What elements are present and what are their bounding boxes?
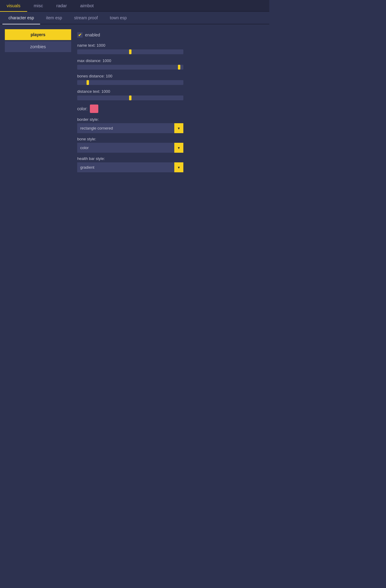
border-style-wrapper: rectangle cornered rectangle circle none… xyxy=(77,123,183,133)
bone-style-section: bone style: color rainbow white none ▼ xyxy=(77,137,264,153)
bone-style-label: bone style: xyxy=(77,137,264,141)
max-distance-section: max distance: 1000 xyxy=(77,58,264,70)
border-style-label: border style: xyxy=(77,117,264,122)
zombies-button[interactable]: zombies xyxy=(5,41,71,52)
health-bar-style-section: health bar style: gradient solid rainbow… xyxy=(77,156,264,172)
color-swatch[interactable] xyxy=(90,105,98,113)
border-style-select[interactable]: rectangle cornered rectangle circle none xyxy=(77,123,183,133)
health-bar-style-select[interactable]: gradient solid rainbow none xyxy=(77,162,183,172)
distance-text-section: distance text: 1000 xyxy=(77,89,264,100)
name-text-thumb xyxy=(129,49,131,54)
sub-nav-character-esp[interactable]: character esp xyxy=(2,12,40,24)
max-distance-slider[interactable] xyxy=(77,65,183,70)
bone-style-select[interactable]: color rainbow white none xyxy=(77,143,183,153)
distance-text-slider[interactable] xyxy=(77,95,183,100)
bones-distance-slider[interactable] xyxy=(77,80,183,85)
right-panel: ✔ enabled name text: 1000 max distance: … xyxy=(77,29,264,179)
distance-text-label: distance text: 1000 xyxy=(77,89,264,94)
name-text-slider[interactable] xyxy=(77,49,183,54)
bones-distance-label: bones distance: 100 xyxy=(77,74,264,78)
health-bar-style-label: health bar style: xyxy=(77,156,264,161)
color-row: color: xyxy=(77,105,264,113)
border-style-section: border style: rectangle cornered rectang… xyxy=(77,117,264,133)
top-nav-aimbot[interactable]: aimbot xyxy=(74,0,100,11)
sub-navigation: character esp item esp stream proof town… xyxy=(0,12,269,24)
sub-nav-town-esp[interactable]: town esp xyxy=(104,12,133,24)
name-text-section: name text: 1000 xyxy=(77,43,264,54)
bone-style-wrapper: color rainbow white none ▼ xyxy=(77,143,183,153)
health-bar-style-wrapper: gradient solid rainbow none ▼ xyxy=(77,162,183,172)
sub-nav-item-esp[interactable]: item esp xyxy=(40,12,68,24)
top-nav-radar[interactable]: radar xyxy=(50,0,74,11)
enabled-row: ✔ enabled xyxy=(77,32,264,38)
sub-nav-stream-proof[interactable]: stream proof xyxy=(68,12,104,24)
name-text-label: name text: 1000 xyxy=(77,43,264,48)
left-panel: players zombies xyxy=(5,29,71,179)
max-distance-thumb xyxy=(178,65,180,70)
enabled-checkbox[interactable]: ✔ xyxy=(77,32,83,38)
top-navigation: visuals misc radar aimbot xyxy=(0,0,269,12)
bones-distance-section: bones distance: 100 xyxy=(77,74,264,85)
top-nav-visuals[interactable]: visuals xyxy=(0,0,27,11)
distance-text-thumb xyxy=(129,95,131,100)
main-content: players zombies ✔ enabled name text: 100… xyxy=(0,24,269,184)
color-label: color: xyxy=(77,106,87,111)
bones-distance-thumb xyxy=(87,80,89,85)
top-nav-misc[interactable]: misc xyxy=(27,0,50,11)
max-distance-label: max distance: 1000 xyxy=(77,58,264,63)
enabled-label: enabled xyxy=(85,33,100,37)
players-button[interactable]: players xyxy=(5,29,71,40)
